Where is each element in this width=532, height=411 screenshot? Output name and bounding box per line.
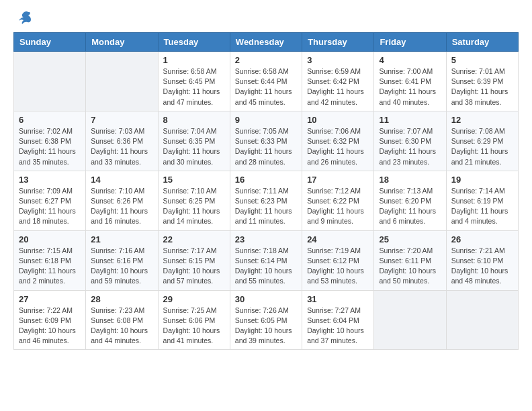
day-number: 14 bbox=[91, 175, 152, 185]
day-info: Sunrise: 7:25 AM Sunset: 6:06 PM Dayligh… bbox=[163, 306, 225, 347]
day-info: Sunrise: 7:22 AM Sunset: 6:09 PM Dayligh… bbox=[19, 306, 81, 347]
weekday-header-monday: Monday bbox=[86, 33, 158, 52]
day-number: 10 bbox=[307, 115, 369, 125]
day-info: Sunrise: 7:02 AM Sunset: 6:38 PM Dayligh… bbox=[19, 126, 81, 167]
calendar-cell: 7Sunrise: 7:03 AM Sunset: 6:36 PM Daylig… bbox=[86, 111, 158, 171]
calendar-cell: 13Sunrise: 7:09 AM Sunset: 6:27 PM Dayli… bbox=[14, 171, 86, 230]
calendar-cell: 16Sunrise: 7:11 AM Sunset: 6:23 PM Dayli… bbox=[230, 171, 302, 230]
day-number: 16 bbox=[235, 175, 297, 185]
day-number: 6 bbox=[19, 115, 81, 125]
weekday-header-saturday: Saturday bbox=[446, 33, 518, 52]
day-number: 21 bbox=[91, 234, 152, 244]
page: SundayMondayTuesdayWednesdayThursdayFrid… bbox=[0, 0, 532, 363]
calendar-cell: 10Sunrise: 7:06 AM Sunset: 6:32 PM Dayli… bbox=[302, 111, 374, 171]
calendar-cell: 12Sunrise: 7:08 AM Sunset: 6:29 PM Dayli… bbox=[446, 111, 518, 171]
day-info: Sunrise: 7:14 AM Sunset: 6:19 PM Dayligh… bbox=[451, 186, 513, 227]
calendar-cell: 11Sunrise: 7:07 AM Sunset: 6:30 PM Dayli… bbox=[374, 111, 446, 171]
day-info: Sunrise: 7:01 AM Sunset: 6:39 PM Dayligh… bbox=[451, 66, 513, 107]
day-info: Sunrise: 7:16 AM Sunset: 6:16 PM Dayligh… bbox=[91, 246, 152, 287]
weekday-header-row: SundayMondayTuesdayWednesdayThursdayFrid… bbox=[14, 33, 519, 52]
day-info: Sunrise: 7:10 AM Sunset: 6:26 PM Dayligh… bbox=[91, 186, 152, 227]
week-row-4: 20Sunrise: 7:15 AM Sunset: 6:18 PM Dayli… bbox=[14, 230, 519, 290]
calendar-cell: 27Sunrise: 7:22 AM Sunset: 6:09 PM Dayli… bbox=[14, 290, 86, 350]
calendar-cell bbox=[86, 52, 158, 111]
day-info: Sunrise: 7:00 AM Sunset: 6:41 PM Dayligh… bbox=[379, 66, 441, 107]
week-row-5: 27Sunrise: 7:22 AM Sunset: 6:09 PM Dayli… bbox=[14, 290, 519, 350]
calendar-cell: 2Sunrise: 6:58 AM Sunset: 6:44 PM Daylig… bbox=[230, 52, 302, 111]
day-info: Sunrise: 7:17 AM Sunset: 6:15 PM Dayligh… bbox=[163, 246, 225, 287]
day-info: Sunrise: 7:10 AM Sunset: 6:25 PM Dayligh… bbox=[163, 186, 225, 227]
day-number: 3 bbox=[307, 55, 369, 65]
week-row-3: 13Sunrise: 7:09 AM Sunset: 6:27 PM Dayli… bbox=[14, 171, 519, 230]
day-number: 19 bbox=[451, 175, 513, 185]
day-number: 15 bbox=[163, 175, 225, 185]
day-number: 24 bbox=[307, 234, 369, 244]
calendar-cell: 1Sunrise: 6:58 AM Sunset: 6:45 PM Daylig… bbox=[158, 52, 230, 111]
day-info: Sunrise: 7:06 AM Sunset: 6:32 PM Dayligh… bbox=[307, 126, 369, 167]
day-number: 18 bbox=[379, 175, 441, 185]
calendar-cell: 15Sunrise: 7:10 AM Sunset: 6:25 PM Dayli… bbox=[158, 171, 230, 230]
day-number: 7 bbox=[91, 115, 152, 125]
calendar-table: SundayMondayTuesdayWednesdayThursdayFrid… bbox=[13, 32, 519, 350]
calendar-cell: 21Sunrise: 7:16 AM Sunset: 6:16 PM Dayli… bbox=[86, 230, 158, 290]
weekday-header-wednesday: Wednesday bbox=[230, 33, 302, 52]
day-info: Sunrise: 6:59 AM Sunset: 6:42 PM Dayligh… bbox=[307, 66, 369, 107]
day-number: 30 bbox=[235, 294, 297, 304]
week-row-1: 1Sunrise: 6:58 AM Sunset: 6:45 PM Daylig… bbox=[14, 52, 519, 111]
day-info: Sunrise: 7:03 AM Sunset: 6:36 PM Dayligh… bbox=[91, 126, 152, 167]
calendar-cell bbox=[14, 52, 86, 111]
calendar-cell: 25Sunrise: 7:20 AM Sunset: 6:11 PM Dayli… bbox=[374, 230, 446, 290]
day-info: Sunrise: 7:07 AM Sunset: 6:30 PM Dayligh… bbox=[379, 126, 441, 167]
day-number: 25 bbox=[379, 234, 441, 244]
weekday-header-tuesday: Tuesday bbox=[158, 33, 230, 52]
day-number: 4 bbox=[379, 55, 441, 65]
day-info: Sunrise: 7:19 AM Sunset: 6:12 PM Dayligh… bbox=[307, 246, 369, 287]
weekday-header-thursday: Thursday bbox=[302, 33, 374, 52]
logo-bird-icon bbox=[16, 11, 32, 24]
week-row-2: 6Sunrise: 7:02 AM Sunset: 6:38 PM Daylig… bbox=[14, 111, 519, 171]
calendar-cell: 23Sunrise: 7:18 AM Sunset: 6:14 PM Dayli… bbox=[230, 230, 302, 290]
day-info: Sunrise: 7:04 AM Sunset: 6:35 PM Dayligh… bbox=[163, 126, 225, 167]
day-number: 2 bbox=[235, 55, 297, 65]
day-info: Sunrise: 7:12 AM Sunset: 6:22 PM Dayligh… bbox=[307, 186, 369, 227]
calendar-cell: 20Sunrise: 7:15 AM Sunset: 6:18 PM Dayli… bbox=[14, 230, 86, 290]
day-number: 28 bbox=[91, 294, 152, 304]
weekday-header-friday: Friday bbox=[374, 33, 446, 52]
logo bbox=[13, 11, 34, 24]
day-info: Sunrise: 7:18 AM Sunset: 6:14 PM Dayligh… bbox=[235, 246, 297, 287]
calendar-cell: 29Sunrise: 7:25 AM Sunset: 6:06 PM Dayli… bbox=[158, 290, 230, 350]
day-number: 17 bbox=[307, 175, 369, 185]
header bbox=[13, 11, 519, 24]
calendar-cell: 18Sunrise: 7:13 AM Sunset: 6:20 PM Dayli… bbox=[374, 171, 446, 230]
day-number: 9 bbox=[235, 115, 297, 125]
calendar-cell: 5Sunrise: 7:01 AM Sunset: 6:39 PM Daylig… bbox=[446, 52, 518, 111]
calendar-cell: 31Sunrise: 7:27 AM Sunset: 6:04 PM Dayli… bbox=[302, 290, 374, 350]
calendar-cell: 17Sunrise: 7:12 AM Sunset: 6:22 PM Dayli… bbox=[302, 171, 374, 230]
calendar-cell: 4Sunrise: 7:00 AM Sunset: 6:41 PM Daylig… bbox=[374, 52, 446, 111]
calendar-cell: 8Sunrise: 7:04 AM Sunset: 6:35 PM Daylig… bbox=[158, 111, 230, 171]
day-number: 26 bbox=[451, 234, 513, 244]
day-number: 23 bbox=[235, 234, 297, 244]
weekday-header-sunday: Sunday bbox=[14, 33, 86, 52]
day-info: Sunrise: 7:11 AM Sunset: 6:23 PM Dayligh… bbox=[235, 186, 297, 227]
day-info: Sunrise: 7:09 AM Sunset: 6:27 PM Dayligh… bbox=[19, 186, 81, 227]
calendar-cell bbox=[446, 290, 518, 350]
calendar-cell: 9Sunrise: 7:05 AM Sunset: 6:33 PM Daylig… bbox=[230, 111, 302, 171]
day-number: 5 bbox=[451, 55, 513, 65]
day-info: Sunrise: 7:21 AM Sunset: 6:10 PM Dayligh… bbox=[451, 246, 513, 287]
day-info: Sunrise: 6:58 AM Sunset: 6:44 PM Dayligh… bbox=[235, 66, 297, 107]
day-number: 27 bbox=[19, 294, 81, 304]
day-info: Sunrise: 7:08 AM Sunset: 6:29 PM Dayligh… bbox=[451, 126, 513, 167]
day-number: 31 bbox=[307, 294, 369, 304]
calendar-cell: 24Sunrise: 7:19 AM Sunset: 6:12 PM Dayli… bbox=[302, 230, 374, 290]
day-info: Sunrise: 7:23 AM Sunset: 6:08 PM Dayligh… bbox=[91, 306, 152, 347]
day-number: 11 bbox=[379, 115, 441, 125]
calendar-cell: 26Sunrise: 7:21 AM Sunset: 6:10 PM Dayli… bbox=[446, 230, 518, 290]
day-number: 1 bbox=[163, 55, 225, 65]
calendar-cell: 19Sunrise: 7:14 AM Sunset: 6:19 PM Dayli… bbox=[446, 171, 518, 230]
calendar-cell: 22Sunrise: 7:17 AM Sunset: 6:15 PM Dayli… bbox=[158, 230, 230, 290]
calendar-cell bbox=[374, 290, 446, 350]
day-number: 20 bbox=[19, 234, 81, 244]
day-number: 8 bbox=[163, 115, 225, 125]
day-number: 13 bbox=[19, 175, 81, 185]
